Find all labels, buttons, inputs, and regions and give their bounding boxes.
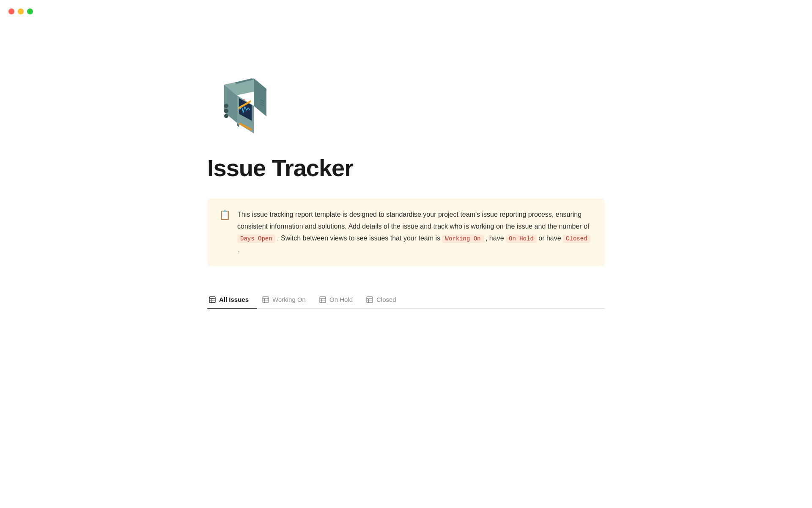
on-hold-tag: On Hold: [506, 235, 537, 243]
tab-closed-icon: [366, 296, 373, 303]
svg-marker-2: [254, 78, 266, 116]
tab-on-hold-label: On Hold: [329, 296, 353, 303]
info-text-4: or have: [538, 235, 561, 242]
svg-rect-21: [263, 297, 269, 303]
svg-text:+: +: [240, 119, 242, 123]
maximize-button[interactable]: [27, 8, 33, 14]
tab-closed-label: Closed: [376, 296, 396, 303]
svg-point-11: [224, 109, 228, 113]
info-box-icon: 📋: [219, 210, 230, 221]
close-button[interactable]: [8, 8, 14, 14]
tab-working-on[interactable]: Working On: [261, 292, 314, 308]
info-text-5: .: [237, 246, 239, 254]
svg-text:♥: ♥: [243, 98, 245, 101]
page-icon: + ♥: [207, 68, 605, 137]
info-text-1: This issue tracking report template is d…: [237, 211, 589, 230]
info-box: 📋 This issue tracking report template is…: [207, 199, 605, 266]
svg-rect-17: [209, 297, 215, 303]
tab-closed[interactable]: Closed: [365, 292, 405, 308]
page-title: Issue Tracker: [207, 154, 605, 182]
tab-working-on-icon: [262, 296, 269, 303]
tab-all-issues[interactable]: All Issues: [207, 292, 257, 308]
svg-point-12: [224, 114, 228, 118]
tabs-bar: All Issues Working On: [207, 292, 605, 309]
tab-on-hold-icon: [319, 296, 326, 303]
info-text-2: . Switch between views to see issues tha…: [277, 235, 440, 242]
window-controls: [8, 8, 33, 14]
svg-point-10: [224, 104, 228, 108]
info-text-3: , have: [486, 235, 504, 242]
minimize-button[interactable]: [18, 8, 24, 14]
tab-working-on-label: Working On: [272, 296, 306, 303]
svg-rect-25: [320, 297, 326, 303]
working-on-tag: Working On: [442, 235, 483, 243]
closed-tag: Closed: [563, 235, 590, 243]
tab-on-hold[interactable]: On Hold: [318, 292, 361, 308]
info-box-description: This issue tracking report template is d…: [237, 209, 593, 256]
tab-all-issues-icon: [209, 296, 216, 303]
page-content: + ♥ Issue Tracker: [173, 0, 639, 342]
days-open-tag: Days Open: [237, 235, 275, 243]
svg-rect-29: [367, 297, 373, 303]
tab-all-issues-label: All Issues: [219, 296, 249, 303]
